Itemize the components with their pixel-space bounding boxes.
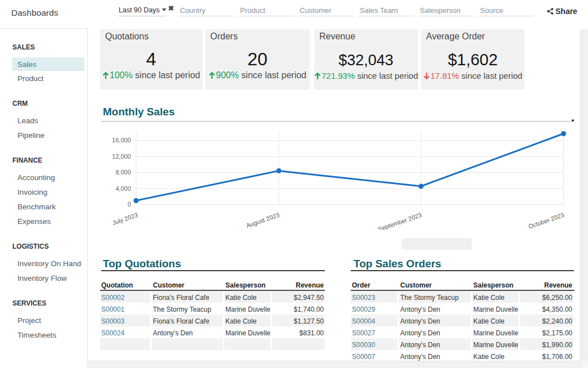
svg-text:0: 0 xyxy=(128,201,131,208)
svg-text:July 2023: July 2023 xyxy=(111,212,138,227)
svg-text:16,000: 16,000 xyxy=(112,137,131,143)
svg-text:12,000: 12,000 xyxy=(112,153,131,160)
svg-text:September 2023: September 2023 xyxy=(377,212,423,230)
svg-text:August 2023: August 2023 xyxy=(245,212,280,229)
svg-text:October 2023: October 2023 xyxy=(527,212,565,230)
svg-text:4,000: 4,000 xyxy=(115,185,131,192)
svg-text:8,000: 8,000 xyxy=(115,169,131,176)
